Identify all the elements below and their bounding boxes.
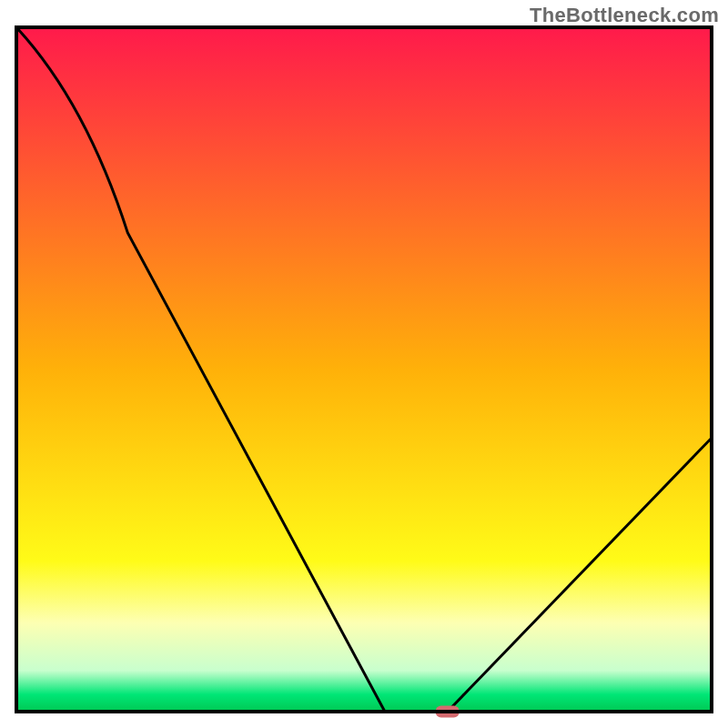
attribution-label: TheBottleneck.com [530, 4, 719, 27]
chart-container: TheBottleneck.com [0, 0, 728, 728]
bottleneck-chart [0, 0, 728, 728]
plot-background [16, 27, 712, 712]
